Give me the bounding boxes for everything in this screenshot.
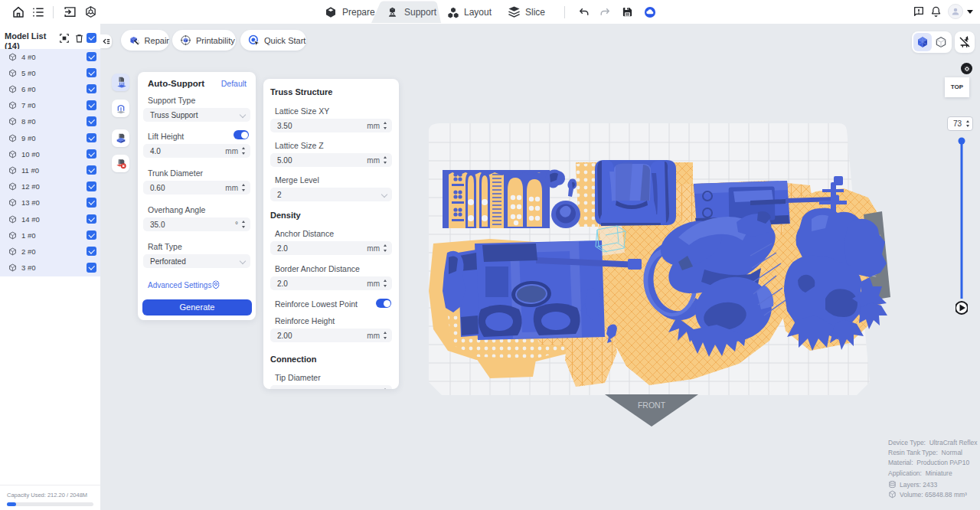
svg-text:FRONT: FRONT [638, 400, 666, 410]
